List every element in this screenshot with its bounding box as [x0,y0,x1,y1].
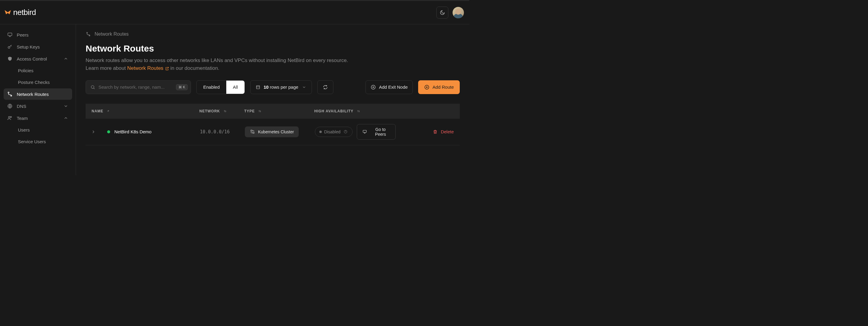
svg-point-5 [8,116,10,118]
add-exit-node-button[interactable]: Add Exit Node [366,80,413,94]
trash-icon [433,129,438,135]
layout-icon [255,84,261,90]
breadcrumb: Network Routes [86,31,460,37]
refresh-icon [323,84,328,90]
search-box[interactable]: ⌘ K [86,80,191,94]
th-name[interactable]: Name [86,108,199,114]
plus-circle-icon [371,84,376,90]
table-row: NetBird K8s Demo 10.0.0.0/16 Kubernetes … [86,119,460,145]
rows-per-page[interactable]: 10 rows per page [250,80,312,94]
chevron-down-icon [301,84,307,90]
sidebar-item-access-control[interactable]: Access Control [4,53,72,64]
page-description: Network routes allow you to access other… [86,57,460,73]
monitor-icon [7,32,12,37]
toolbar: ⌘ K Enabled All 10 rows per page Add Exi… [86,80,460,94]
ha-status: Disabled [315,127,352,137]
users-icon [7,115,12,121]
sidebar-item-policies[interactable]: Policies [4,65,72,76]
sidebar-label: Network Routes [17,92,49,97]
page-title: Network Routes [86,44,460,54]
route-icon [86,31,91,37]
key-icon [7,44,12,49]
svg-point-7 [87,32,87,33]
sidebar-item-dns[interactable]: DNS [4,100,72,112]
sidebar-item-team[interactable]: Team [4,112,72,124]
sidebar-item-network-routes[interactable]: Network Routes [4,88,72,100]
external-link-icon [165,66,169,71]
search-icon [90,84,95,90]
chevron-down-icon [63,103,68,109]
sidebar-item-posture-checks[interactable]: Posture Checks [4,77,72,88]
plus-circle-icon [424,84,430,90]
main-content: Network Routes Network Routes Network ro… [76,24,469,175]
sort-icon [356,108,361,114]
sidebar-item-service-users[interactable]: Service Users [4,136,72,147]
cell-network: 10.0.0.0/16 [200,129,245,135]
filter-segment: Enabled All [196,80,245,94]
user-avatar[interactable] [453,7,464,18]
route-icon [7,91,12,97]
sidebar-item-setup-keys[interactable]: Setup Keys [4,41,72,52]
table-header: Name Network Type High Availability [86,104,460,119]
svg-rect-16 [363,130,366,133]
network-icon [250,129,255,135]
breadcrumb-label: Network Routes [95,31,129,37]
search-shortcut: ⌘ K [176,84,188,90]
sidebar-label: Peers [17,32,28,37]
svg-rect-14 [253,132,254,133]
th-type[interactable]: Type [244,108,314,114]
cell-type: Kubernetes Cluster [245,127,315,137]
theme-toggle[interactable] [436,7,448,19]
svg-point-9 [91,85,94,88]
cell-name[interactable]: NetBird K8s Demo [101,129,200,134]
chevron-up-icon [63,115,68,121]
topbar-right [436,7,464,19]
sidebar-item-users[interactable]: Users [4,124,72,135]
sort-icon [106,108,111,114]
sidebar-label: DNS [17,104,26,109]
refresh-button[interactable] [317,80,334,94]
sidebar-label: Team [17,116,28,121]
filter-all[interactable]: All [226,81,245,94]
brand-icon [4,8,12,17]
help-icon[interactable] [343,129,348,135]
delete-button[interactable]: Delete [433,129,454,135]
expand-row[interactable] [86,129,101,135]
svg-rect-10 [256,85,259,89]
type-tag[interactable]: Kubernetes Cluster [245,127,299,137]
brand-name: netbird [13,8,36,17]
filter-enabled[interactable]: Enabled [197,81,226,94]
sidebar-item-peers[interactable]: Peers [4,29,72,40]
th-network[interactable]: Network [199,108,244,114]
brand-logo[interactable]: netbird [4,8,36,17]
chevron-up-icon [63,56,68,61]
sidebar: Peers Setup Keys Access Control Policies… [0,24,76,175]
topbar: netbird [0,1,469,24]
sidebar-label: Setup Keys [17,44,40,49]
sidebar-label: Access Control [17,56,47,61]
sort-icon [257,108,262,114]
go-to-peers-button[interactable]: Go to Peers [357,124,396,140]
status-dot-active [107,130,110,133]
add-route-button[interactable]: Add Route [418,80,460,94]
cell-actions: Delete [396,129,460,135]
search-input[interactable] [98,84,173,89]
svg-point-6 [10,116,12,117]
docs-link[interactable]: Network Routes [127,65,169,71]
moon-icon [440,10,445,15]
svg-point-2 [8,92,9,93]
shield-icon [7,56,12,61]
routes-table: Name Network Type High Availability [86,104,460,145]
globe-icon [7,103,12,109]
svg-point-1 [8,47,10,48]
chevron-right-icon [91,129,96,135]
cell-ha: Disabled Go to Peers [315,124,396,140]
svg-rect-13 [250,130,252,131]
sort-icon [222,108,228,114]
th-ha[interactable]: High Availability [314,108,395,114]
monitor-icon [362,129,367,135]
status-dot-disabled [319,131,322,133]
svg-rect-0 [8,33,12,36]
